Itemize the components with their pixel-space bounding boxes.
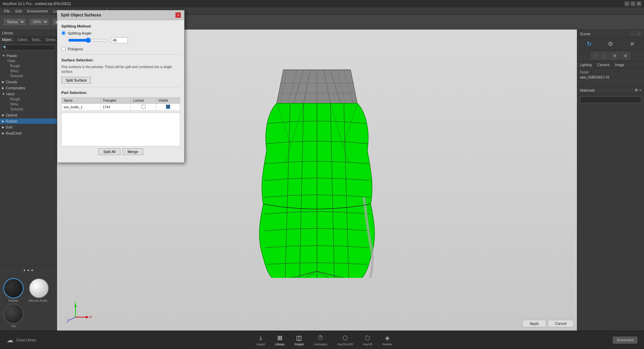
search-bar	[0, 43, 57, 52]
nav-down-btn[interactable]: ↓	[601, 52, 609, 59]
radio-splitting-angle[interactable]	[61, 31, 66, 35]
animation-label: Animation	[314, 343, 327, 346]
scene-nav: ↑ ↓ ⊕ ⊗	[577, 50, 644, 62]
nav-add-btn[interactable]: ⊕	[610, 52, 620, 59]
title-bar-controls[interactable]: ─ □ ✕	[625, 1, 641, 6]
rp-icon-cross[interactable]: ✕	[630, 40, 635, 48]
tab-camera[interactable]: Camera	[595, 62, 612, 68]
keyvr-label: KeyVR	[363, 343, 372, 346]
tab-colors[interactable]: Colors	[15, 37, 30, 43]
chevron-icon-cloudy: ▶	[2, 80, 4, 84]
library-label: Library	[0, 30, 57, 37]
row-name: low_bottle_1	[62, 104, 101, 111]
tree-item-soft[interactable]: ▶ Soft	[0, 124, 57, 130]
scene-minimize-btn[interactable]: –	[630, 32, 635, 36]
tree-item-realcloth[interactable]: ▶ RealCloth	[0, 131, 57, 136]
tree-item-rubber[interactable]: ▶ Rubber	[0, 118, 57, 124]
import-label: Import	[257, 343, 265, 346]
thumb-rubber[interactable]: Rubber	[1, 278, 25, 302]
tree-item-plastic[interactable]: ▼ Plastic	[0, 53, 57, 58]
thumb-tire[interactable]: Tire	[1, 304, 25, 328]
menu-edit[interactable]: Edit	[13, 8, 24, 14]
tab-image[interactable]: Image	[612, 62, 627, 68]
library-label-tb: Library	[275, 343, 284, 346]
import-icon: ⤓	[257, 334, 265, 342]
split-all-btn[interactable]: Split All	[98, 148, 120, 155]
taskbar-project[interactable]: ◫ Project	[294, 334, 304, 346]
merge-btn[interactable]: Merge	[122, 148, 143, 155]
radio-polygons[interactable]	[61, 47, 66, 51]
cloud-library[interactable]: ☁ Cloud Library	[7, 336, 36, 344]
name-value: wire_018015017 #2	[580, 76, 641, 79]
row-locked[interactable]	[131, 104, 156, 111]
settings-icon: ⚙	[608, 40, 613, 48]
rp-material-input[interactable]	[580, 97, 641, 103]
menu-environment[interactable]: Environment	[24, 8, 51, 14]
tab-lighting[interactable]: Lighting	[577, 62, 595, 68]
tree-child-rough-p[interactable]: Rough	[3, 63, 57, 68]
right-panel: Scene – × ↻ ⚙ ✕ ↑ ↓ ⊕ ⊗	[577, 30, 644, 331]
animation-icon: ⏱	[317, 334, 325, 342]
tree-item-cloudy[interactable]: ▶ Cloudy	[0, 79, 57, 85]
keyvr-icon: ⬡	[364, 334, 372, 342]
angle-slider[interactable]	[68, 38, 108, 43]
tree-child-textured-p[interactable]: Textured	[3, 73, 57, 79]
tree-child-textured-h[interactable]: Textured	[3, 107, 57, 112]
tree-group-soft: ▶ Soft	[0, 124, 57, 130]
zoom-select[interactable]: 100%	[30, 19, 48, 25]
tree-label-cloudy: Cloudy	[6, 80, 17, 84]
project-label: Project	[294, 343, 304, 346]
tree-label-hard: Hard	[6, 92, 14, 96]
nav-remove-btn[interactable]: ⊗	[621, 52, 630, 59]
tab-textures[interactable]: Textu..	[30, 37, 44, 43]
nav-up-btn[interactable]: ↑	[591, 52, 599, 59]
angle-input[interactable]: 45	[111, 37, 128, 43]
tree-item-optical[interactable]: ▶ Optical	[0, 112, 57, 118]
startup-select[interactable]: Startup	[4, 19, 25, 25]
rp-icon-settings[interactable]: ⚙	[608, 40, 613, 48]
tree-item-hard[interactable]: ▼ Hard	[0, 91, 57, 97]
row-triangles: 1744	[100, 104, 130, 111]
taskbar-keyvr[interactable]: ⬡ KeyVR	[363, 334, 372, 346]
taskbar-import[interactable]: ⤓ Import	[257, 334, 265, 346]
cancel-btn[interactable]: Cancel	[548, 320, 574, 327]
tree-label-rubber: Rubber	[6, 119, 18, 123]
tree-item-composites[interactable]: ▶ Composites	[0, 85, 57, 91]
split-surface-btn[interactable]: Split Surface	[61, 77, 91, 84]
thumb-silicone[interactable]: Silicone Rubb...	[27, 278, 51, 302]
visible-checkbox[interactable]	[166, 105, 170, 109]
dialog-close-btn[interactable]: ×	[175, 12, 181, 18]
tree-child-shiny-h[interactable]: Shiny	[3, 102, 57, 107]
maximize-btn[interactable]: □	[631, 1, 635, 6]
locked-checkbox[interactable]	[142, 105, 146, 109]
chevron-icon-hard: ▼	[2, 92, 5, 96]
chevron-icon-optical: ▶	[2, 113, 4, 117]
search-input[interactable]	[1, 45, 55, 50]
screenshot-btn[interactable]: Screenshot	[613, 337, 637, 344]
more-icon: • • •	[23, 267, 33, 274]
splitting-method-label: Splitting Method:	[61, 24, 180, 28]
close-btn[interactable]: ✕	[637, 1, 641, 6]
taskbar-library[interactable]: ⊞ Library	[275, 334, 284, 346]
menu-file[interactable]: File	[1, 8, 13, 14]
tree-child-clear[interactable]: Clear	[0, 58, 57, 63]
tab-materials[interactable]: Materi..	[0, 37, 15, 43]
surface-selection-section: Surface Selection: Pick surfaces in the …	[61, 58, 180, 84]
minimize-btn[interactable]: ─	[625, 1, 629, 6]
dialog-title: Split Object Surfaces	[61, 13, 101, 17]
part-buttons: Split All Merge	[61, 148, 180, 155]
col-visible: Visible	[156, 98, 180, 104]
row-visible[interactable]	[156, 104, 180, 111]
viewport-actions: Apply Cancel	[523, 320, 574, 327]
taskbar-render[interactable]: ◈ Render	[382, 334, 392, 346]
scene-close-btn[interactable]: ×	[636, 32, 641, 36]
tree-child-shiny-p[interactable]: Shiny	[3, 68, 57, 73]
material-tree: ▼ Plastic Clear Rough Shiny Textured ▶ C…	[0, 52, 57, 265]
rp-icon-spin[interactable]: ↻	[587, 40, 592, 48]
tree-child-rough-h[interactable]: Rough	[3, 97, 57, 102]
apply-btn[interactable]: Apply	[523, 320, 546, 327]
col-locked: Locked	[131, 98, 156, 104]
svg-text:Z: Z	[67, 319, 69, 322]
taskbar-animation[interactable]: ⏱ Animation	[314, 334, 327, 346]
taskbar-keyshotxr[interactable]: ⬡ KeyShotXR	[337, 334, 353, 346]
